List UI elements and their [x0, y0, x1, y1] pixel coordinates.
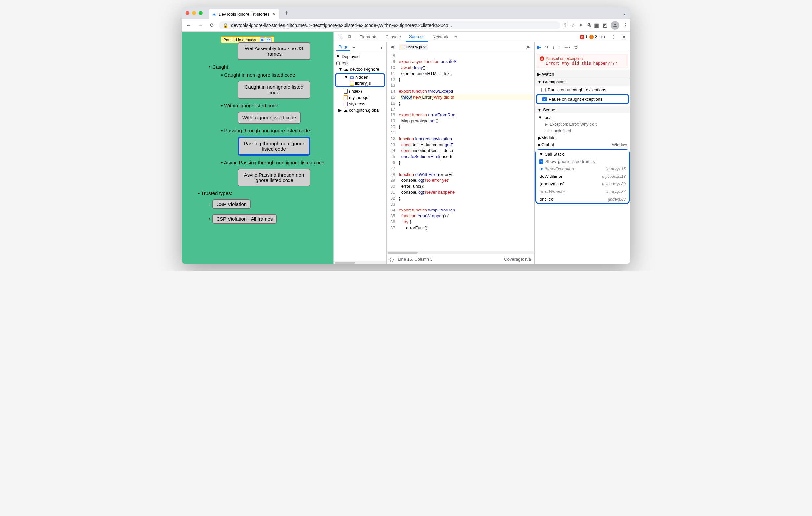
tree-index[interactable]: (index): [334, 88, 386, 94]
scope-local[interactable]: ▼ Local: [535, 114, 631, 121]
profile-avatar[interactable]: [611, 21, 619, 30]
stack-frame[interactable]: onclick(index):83: [536, 195, 629, 203]
watch-section[interactable]: ▶ Watch: [535, 70, 631, 78]
menu-icon[interactable]: ⋮: [622, 22, 628, 28]
incognito-icon[interactable]: ◩: [602, 22, 607, 28]
csp-violation-button[interactable]: CSP Violation: [212, 199, 251, 209]
file-tree: ⚑Deployed ▢top ▼☁devtools-ignore ▼🗀hidde…: [334, 52, 386, 115]
breakpoints-section[interactable]: ▼ Breakpoints: [535, 78, 631, 86]
tree-library-js[interactable]: library.js: [336, 80, 384, 86]
tree-deployed[interactable]: ⚑Deployed: [334, 54, 386, 60]
step-into-button[interactable]: ↓: [552, 44, 555, 50]
stack-frame[interactable]: ➤throwExceptionlibrary.js:15: [536, 165, 629, 173]
window-min[interactable]: [192, 11, 196, 15]
bp-uncaught-row[interactable]: Pause on uncaught exceptions: [535, 86, 631, 93]
editor-tab-library[interactable]: library.js ×: [399, 43, 428, 51]
page-list: WebAssembly trap - no JS frames ∘ Caught…: [188, 38, 330, 226]
format-icon[interactable]: { }: [390, 257, 394, 262]
browser-tab[interactable]: ◈ DevTools ignore list stories ×: [209, 8, 279, 19]
tree-hidden-folder[interactable]: ▼🗀hidden: [336, 74, 384, 80]
device-icon[interactable]: ⧉: [346, 33, 353, 41]
more-tabs-icon[interactable]: »: [453, 33, 460, 41]
tab-console[interactable]: Console: [382, 32, 404, 41]
settings-icon[interactable]: ⚙: [599, 33, 607, 41]
passing-through-button[interactable]: Passing through non ignore listed code: [238, 136, 310, 156]
back-button[interactable]: ←: [184, 21, 194, 30]
reload-button[interactable]: ⟳: [208, 21, 216, 30]
traffic-lights: [185, 11, 203, 15]
call-stack-list: ➤throwExceptionlibrary.js:15doWithErrorm…: [536, 165, 629, 203]
toggle-nav-icon[interactable]: ⮜: [388, 43, 397, 51]
step-over-button[interactable]: ↷: [545, 44, 549, 50]
scope-exception[interactable]: ▶ Exception: Error: Why did t: [535, 121, 631, 128]
tab-sources[interactable]: Sources: [406, 32, 428, 41]
code-content[interactable]: 8910111213141516171819202122232425262728…: [386, 52, 534, 251]
tab-network[interactable]: Network: [429, 32, 452, 41]
close-file-icon[interactable]: ×: [423, 44, 426, 50]
list-item: ▪ Async Passing through non ignore liste…: [221, 160, 330, 165]
within-ignore-button[interactable]: Within ignore listed code: [238, 112, 301, 124]
coverage-status: Coverage: n/a: [504, 257, 531, 262]
pause-error-text: Error: Why did this happen????: [546, 61, 626, 66]
bp-caught-row[interactable]: ✓Pause on caught exceptions: [539, 96, 627, 102]
sidebar-scrollbar[interactable]: [334, 261, 386, 264]
async-passing-button[interactable]: Async Passing through non ignore listed …: [238, 169, 310, 186]
tab-elements[interactable]: Elements: [356, 32, 381, 41]
nav-more-icon[interactable]: »: [352, 44, 354, 50]
stack-frame[interactable]: (anonymous)mycode.js:89: [536, 180, 629, 188]
stack-frame[interactable]: errorWrapperlibrary.js:37: [536, 188, 629, 195]
scope-module[interactable]: ▶ Module: [535, 134, 631, 141]
share-icon[interactable]: ⇧: [563, 22, 568, 28]
sources-navigator: Page » ⋮ ⚑Deployed ▢top ▼☁devtools-ignor…: [334, 42, 386, 264]
tree-top[interactable]: ▢top: [334, 60, 386, 66]
caught-header: ∘ Caught:: [208, 64, 330, 70]
close-tab-icon[interactable]: ×: [272, 11, 275, 17]
wasm-trap-button[interactable]: WebAssembly trap - no JS frames: [238, 42, 310, 60]
step-out-button[interactable]: ↑: [558, 44, 561, 50]
list-item: ▪ Caught in non ignore listed code: [221, 72, 330, 78]
scope-global[interactable]: ▶ GlobalWindow: [535, 141, 631, 148]
tree-style-css[interactable]: style.css: [334, 101, 386, 107]
callstack-section[interactable]: ▼ Call Stack: [536, 150, 629, 158]
stack-frame[interactable]: doWithErrormycode.js:18: [536, 173, 629, 180]
titlebar: ◈ DevTools ignore list stories × + ⌄: [181, 7, 631, 19]
devtools-favicon-icon: ◈: [212, 11, 216, 17]
nav-tab-page[interactable]: Page: [336, 43, 350, 51]
editor-scrollbar[interactable]: [386, 251, 534, 254]
cursor-position: Line 15, Column 3: [398, 257, 433, 262]
window-close[interactable]: [185, 11, 190, 15]
error-icon: ✕: [540, 56, 544, 61]
tree-cdn[interactable]: ▶☁cdn.glitch.globa: [334, 107, 386, 113]
window-max[interactable]: [199, 11, 203, 15]
issues-count[interactable]: !2: [589, 35, 597, 39]
kebab-icon[interactable]: ⋮: [609, 33, 618, 41]
apps-icon[interactable]: ▣: [594, 22, 599, 28]
tabs-dropdown-icon[interactable]: ⌄: [622, 10, 627, 16]
lock-icon: 🔒: [223, 23, 228, 28]
pause-message: ✕Paused on exception Error: Why did this…: [537, 54, 629, 68]
tree-mycode-js[interactable]: mycode.js: [334, 94, 386, 101]
devtools-tabs: ⬚ ⧉ Elements Console Sources Network » ✕…: [334, 32, 631, 42]
labs-icon[interactable]: ⚗: [586, 22, 591, 28]
tree-origin[interactable]: ▼☁devtools-ignore: [334, 66, 386, 72]
debugger-pane: ▶ ↷ ↓ ↑ →• ⬭̸ ✕Paused on exception Error…: [535, 42, 631, 264]
caught-non-ignore-button[interactable]: Caught in non ignore listed code: [238, 81, 310, 99]
show-ignored-row[interactable]: ✓Show ignore-listed frames: [536, 158, 629, 165]
inspect-icon[interactable]: ⬚: [336, 33, 345, 41]
bookmark-icon[interactable]: ☆: [571, 22, 575, 28]
error-count[interactable]: ✕1: [580, 35, 587, 39]
nav-kebab-icon[interactable]: ⋮: [379, 44, 383, 50]
toggle-debugger-icon[interactable]: ⮞: [524, 43, 532, 51]
deactivate-breakpoints-button[interactable]: ⬭̸: [574, 44, 578, 50]
csp-violation-all-button[interactable]: CSP Violation - All frames: [212, 214, 277, 224]
scope-this: this: undefined: [535, 128, 631, 134]
close-devtools-icon[interactable]: ✕: [620, 33, 628, 41]
resume-button[interactable]: ▶: [538, 44, 541, 50]
scope-section[interactable]: ▼ Scope: [535, 106, 631, 114]
address-bar[interactable]: 🔒 devtools-ignore-list-stories.glitch.me…: [219, 22, 560, 29]
new-tab-button[interactable]: +: [285, 9, 289, 17]
step-button[interactable]: →•: [564, 44, 570, 50]
extensions-icon[interactable]: ✦: [579, 22, 583, 28]
debugger-toolbar: ▶ ↷ ↓ ↑ →• ⬭̸: [535, 42, 631, 52]
forward-button: →: [196, 21, 205, 30]
